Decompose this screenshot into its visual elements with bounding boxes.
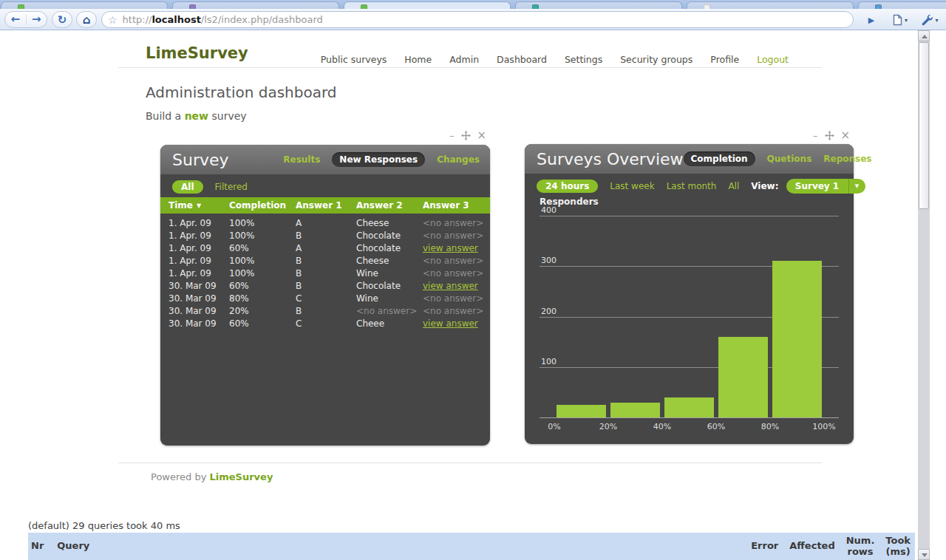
browser-tab[interactable] (515, 1, 682, 9)
minimize-button[interactable]: – (449, 131, 455, 140)
column-header-answer-3[interactable]: Answer 3 (423, 200, 490, 211)
nav-item-settings[interactable]: Settings (565, 54, 602, 65)
url-bar[interactable]: ☆ http://localhost/ls2/index.php/dashboa… (101, 11, 854, 28)
browser-tab[interactable] (1, 1, 168, 9)
bookmark-star-icon[interactable]: ☆ (108, 15, 118, 25)
wrench-menu-button[interactable]: ▾ (916, 12, 943, 28)
nav-item-home[interactable]: Home (404, 54, 432, 65)
debug-column-num-rows: Num. rows (846, 536, 875, 558)
nav-item-profile[interactable]: Profile (710, 54, 739, 65)
range-last-week[interactable]: Last week (610, 181, 654, 191)
table-cell: 1. Apr. 09 (169, 268, 229, 279)
survey-select-dropdown[interactable]: Survey 1 ▼ (786, 179, 865, 194)
tab-reponses[interactable]: Reponses (823, 154, 871, 164)
table-cell: 100% (229, 256, 296, 266)
table-cell: A (296, 218, 356, 228)
survey-widget-tabs: ResultsNew ResponsesChanges (283, 152, 480, 167)
build-survey-line: Build a new survey (146, 110, 247, 122)
browser-toolbar: ← → ↻ ⌂ ☆ http://localhost/ls2/index.php… (0, 9, 946, 30)
browser-tab[interactable] (344, 1, 511, 9)
tab-changes[interactable]: Changes (437, 154, 480, 165)
no-answer-cell: <no answer> (423, 218, 490, 228)
browser-tab[interactable] (172, 1, 339, 9)
footer-divider (118, 462, 822, 463)
move-handle-icon[interactable] (825, 131, 834, 140)
scroll-down-button[interactable] (918, 549, 930, 560)
view-answer-link[interactable]: view answer (423, 281, 490, 291)
x-axis-tick-label: 60% (707, 422, 725, 431)
column-header-completion[interactable]: Completion (229, 200, 296, 211)
close-button[interactable]: × (477, 130, 487, 141)
range-last-month[interactable]: Last month (667, 181, 717, 191)
debug-column-affected: Affected (789, 541, 834, 552)
view-answer-link[interactable]: view answer (423, 318, 490, 329)
reload-icon: ↻ (58, 13, 67, 27)
table-cell: 1. Apr. 09 (169, 231, 229, 241)
chart-x-axis: 0%20%40%60%80%100% (540, 422, 839, 432)
debug-column-error: Error (751, 541, 778, 552)
scrollbar-thumb[interactable] (919, 42, 929, 209)
scroll-up-button[interactable] (918, 30, 930, 41)
back-button[interactable]: ← (5, 14, 26, 25)
nav-item-logout[interactable]: Logout (757, 54, 789, 65)
go-button[interactable]: ▶ (862, 12, 881, 28)
move-handle-icon[interactable] (461, 131, 471, 140)
header-divider (118, 67, 822, 68)
debug-column-query: Query (57, 541, 89, 552)
home-icon: ⌂ (83, 13, 91, 27)
column-header-answer-2[interactable]: Answer 2 (356, 200, 423, 211)
close-button[interactable]: × (841, 130, 851, 141)
tab-completion[interactable]: Completion (684, 151, 755, 166)
back-forward-group: ← → (4, 11, 47, 28)
minimize-button[interactable]: – (813, 131, 818, 140)
browser-tab[interactable] (858, 1, 946, 9)
footer-limesurvey-link[interactable]: LimeSurvey (209, 471, 273, 482)
go-icon: ▶ (868, 16, 874, 25)
limesurvey-logo[interactable]: LimeSurvey (146, 44, 248, 62)
table-row: 1. Apr. 0960%AChocolateview answer (160, 242, 490, 254)
home-button[interactable]: ⌂ (76, 11, 97, 28)
table-row: 30. Mar 0920%B<no answer><no answer> (160, 304, 490, 317)
filter-all[interactable]: All (172, 180, 203, 194)
tab-results[interactable]: Results (283, 154, 320, 165)
overview-ranges: 24 hoursLast weekLast monthAll (537, 180, 739, 193)
forward-button[interactable]: → (26, 14, 47, 25)
y-axis-tick-label: 300 (541, 256, 557, 265)
reload-button[interactable]: ↻ (52, 11, 72, 28)
table-row: 1. Apr. 09100%ACheese<no answer> (160, 216, 490, 229)
table-cell: B (296, 231, 356, 241)
table-cell: 80% (229, 293, 296, 304)
nav-item-admin[interactable]: Admin (449, 54, 479, 65)
forward-icon: → (32, 13, 41, 26)
column-header-answer-1[interactable]: Answer 1 (296, 200, 356, 211)
screen: ← → ↻ ⌂ ☆ http://localhost/ls2/index.php… (0, 0, 946, 560)
tab-new-responses[interactable]: New Responses (332, 152, 425, 167)
page-menu-button[interactable]: ▾ (887, 12, 913, 28)
survey-table-header: Time▼CompletionAnswer 1Answer 2Answer 3 (160, 197, 490, 214)
table-row: 1. Apr. 09100%BWine<no answer> (160, 267, 490, 279)
filter-filtered[interactable]: Filtered (215, 182, 248, 192)
nav-item-dashboard[interactable]: Dashboard (497, 54, 547, 65)
wrench-icon (921, 14, 933, 26)
survey-widget-header: Survey ResultsNew ResponsesChanges (160, 145, 490, 174)
range-24-hours[interactable]: 24 hours (537, 180, 598, 193)
table-row: 30. Mar 0980%CWine<no answer> (160, 292, 490, 304)
overview-widget-tabs: CompletionQuetionsReponses (684, 151, 872, 166)
nav-item-security-groups[interactable]: Security groups (620, 54, 693, 65)
table-cell: 100% (229, 268, 296, 279)
new-survey-link[interactable]: new (185, 110, 208, 122)
survey-widget: Survey ResultsNew ResponsesChanges AllFi… (160, 145, 490, 445)
debug-summary: (default) 29 queries took 40 ms (28, 520, 180, 531)
tab-quetions[interactable]: Quetions (767, 154, 812, 164)
table-cell: 30. Mar 09 (169, 318, 229, 329)
browser-tab[interactable] (687, 1, 854, 9)
survey-widget-controls: – × (449, 130, 486, 141)
nav-item-public-surveys[interactable]: Public surveys (321, 54, 387, 65)
footer-prefix: Powered by (151, 471, 209, 482)
view-answer-link[interactable]: view answer (423, 243, 490, 253)
no-answer-cell: <no answer> (423, 231, 490, 241)
column-header-time[interactable]: Time▼ (169, 200, 229, 211)
range-all[interactable]: All (728, 181, 739, 191)
table-cell: B (296, 306, 356, 316)
table-cell: C (296, 293, 356, 304)
